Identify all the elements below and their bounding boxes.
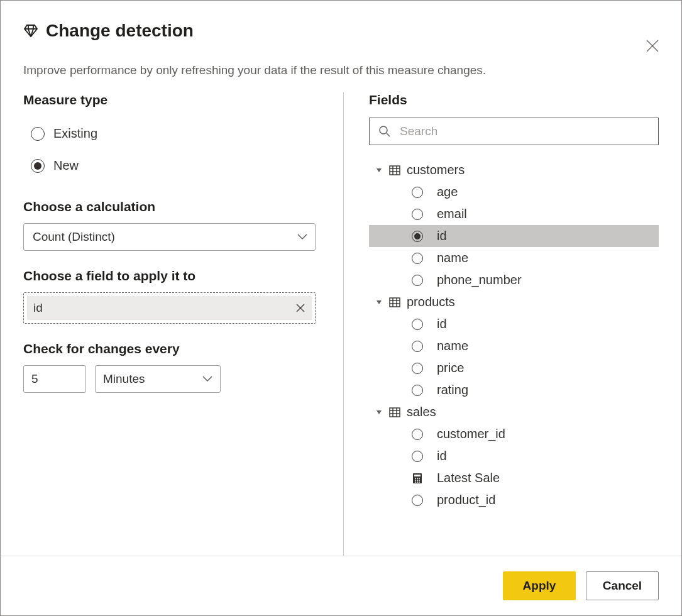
svg-point-23 — [415, 478, 416, 479]
radio-existing[interactable]: Existing — [31, 118, 316, 150]
chevron-down-icon — [202, 376, 212, 382]
interval-unit-select[interactable]: Minutes — [95, 365, 221, 393]
tree-field[interactable]: id — [369, 313, 659, 335]
field-radio-icon — [412, 451, 423, 462]
svg-point-29 — [415, 481, 416, 483]
field-radio-icon — [412, 275, 423, 286]
field-apply-label: Choose a field to apply it to — [23, 268, 316, 283]
tree-field[interactable]: rating — [369, 379, 659, 401]
caret-down-icon — [375, 167, 383, 174]
field-name: price — [437, 361, 464, 375]
table-name: customers — [407, 163, 465, 177]
tree-field[interactable]: age — [369, 181, 659, 203]
svg-rect-11 — [390, 298, 400, 307]
dialog-footer: Apply Cancel — [1, 556, 681, 615]
calculation-label: Choose a calculation — [23, 199, 316, 214]
field-name: name — [437, 339, 468, 353]
dialog-header: Change detection Improve performance by … — [1, 1, 681, 77]
field-radio-icon — [412, 363, 423, 374]
remove-field-icon[interactable] — [295, 303, 305, 313]
tree-field[interactable]: id — [369, 445, 659, 467]
radio-existing-label: Existing — [53, 126, 97, 141]
field-radio-icon — [412, 209, 423, 220]
fields-heading: Fields — [369, 92, 659, 107]
svg-point-28 — [419, 480, 420, 481]
svg-rect-6 — [390, 166, 400, 175]
measure-icon — [412, 473, 423, 484]
tree-table[interactable]: sales — [369, 401, 659, 423]
field-chip-text: id — [33, 301, 43, 315]
svg-rect-16 — [390, 408, 400, 417]
fields-search-input[interactable] — [399, 124, 649, 139]
tree-field[interactable]: Latest Sale — [369, 467, 659, 489]
dialog-title: Change detection — [46, 21, 194, 41]
right-pane: Fields customersageemailidnamephone_numb… — [344, 92, 659, 556]
table-icon — [389, 297, 400, 308]
table-name: products — [407, 295, 455, 309]
field-name: email — [437, 207, 467, 221]
cancel-button[interactable]: Cancel — [586, 571, 659, 600]
calculation-value: Count (Distinct) — [33, 230, 115, 244]
interval-unit-value: Minutes — [103, 372, 145, 386]
radio-icon — [31, 127, 45, 141]
apply-button[interactable]: Apply — [503, 571, 576, 600]
field-name: id — [437, 229, 447, 243]
tree-field[interactable]: product_id — [369, 489, 659, 511]
diamond-icon — [23, 23, 38, 38]
calculation-select[interactable]: Count (Distinct) — [23, 223, 316, 251]
field-name: phone_number — [437, 273, 522, 287]
tree-field[interactable]: name — [369, 247, 659, 269]
interval-value-input[interactable] — [23, 365, 86, 393]
tree-table[interactable]: customers — [369, 159, 659, 181]
measure-type-radio-group: Existing New — [23, 118, 316, 182]
left-pane: Measure type Existing New Choose a calcu… — [23, 92, 344, 556]
field-radio-icon — [412, 187, 423, 198]
radio-icon — [31, 159, 45, 173]
field-name: id — [437, 317, 447, 331]
field-radio-icon — [412, 385, 423, 396]
field-name: customer_id — [437, 427, 505, 441]
chevron-down-icon — [297, 234, 307, 240]
caret-down-icon — [375, 299, 383, 306]
caret-down-icon — [375, 409, 383, 416]
svg-rect-22 — [414, 475, 421, 476]
field-name: name — [437, 251, 468, 265]
field-name: Latest Sale — [437, 471, 500, 485]
tree-field[interactable]: customer_id — [369, 423, 659, 445]
close-button[interactable] — [644, 37, 661, 55]
field-radio-icon — [412, 319, 423, 330]
radio-new[interactable]: New — [31, 150, 316, 182]
field-name: product_id — [437, 493, 495, 507]
field-radio-icon — [412, 429, 423, 440]
svg-point-30 — [417, 481, 418, 483]
field-name: age — [437, 185, 458, 199]
tree-field[interactable]: phone_number — [369, 269, 659, 291]
measure-type-heading: Measure type — [23, 92, 316, 107]
svg-point-4 — [380, 126, 387, 134]
field-radio-icon — [412, 231, 423, 242]
tree-field[interactable]: email — [369, 203, 659, 225]
field-radio-icon — [412, 495, 423, 506]
tree-table[interactable]: products — [369, 291, 659, 313]
svg-line-5 — [387, 133, 390, 136]
tree-field[interactable]: id — [369, 225, 659, 247]
tree-field[interactable]: name — [369, 335, 659, 357]
tree-field[interactable]: price — [369, 357, 659, 379]
svg-point-25 — [419, 478, 420, 479]
svg-point-31 — [419, 481, 420, 483]
dialog-subtitle: Improve performance by only refreshing y… — [23, 63, 659, 77]
interval-label: Check for changes every — [23, 341, 316, 356]
field-dropzone[interactable]: id — [23, 292, 316, 324]
change-detection-dialog: Change detection Improve performance by … — [0, 0, 682, 616]
fields-tree[interactable]: customersageemailidnamephone_numberprodu… — [369, 155, 659, 556]
table-icon — [389, 407, 400, 418]
svg-point-24 — [417, 478, 418, 479]
field-radio-icon — [412, 341, 423, 352]
search-icon — [378, 125, 391, 138]
field-name: id — [437, 449, 447, 463]
table-icon — [389, 165, 400, 176]
table-name: sales — [407, 405, 436, 419]
fields-search[interactable] — [369, 118, 659, 145]
field-chip: id — [27, 296, 312, 320]
field-radio-icon — [412, 253, 423, 264]
